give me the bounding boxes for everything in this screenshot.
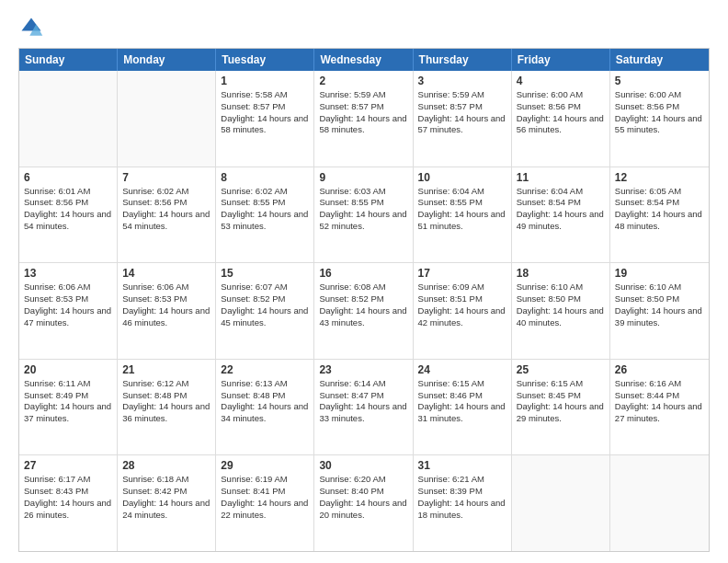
day-info: Sunrise: 6:03 AM Sunset: 8:55 PM Dayligh…	[319, 186, 407, 233]
calendar-header: SundayMondayTuesdayWednesdayThursdayFrid…	[19, 49, 709, 71]
weekday-header: Wednesday	[314, 49, 413, 71]
day-number: 29	[221, 459, 309, 472]
calendar-cell: 28Sunrise: 6:18 AM Sunset: 8:42 PM Dayli…	[118, 455, 216, 551]
calendar-cell: 23Sunrise: 6:14 AM Sunset: 8:47 PM Dayli…	[314, 360, 413, 455]
calendar-cell: 30Sunrise: 6:20 AM Sunset: 8:40 PM Dayli…	[314, 455, 413, 551]
weekday-header: Sunday	[19, 49, 118, 71]
day-info: Sunrise: 6:18 AM Sunset: 8:42 PM Dayligh…	[122, 474, 210, 521]
calendar-cell: 7Sunrise: 6:02 AM Sunset: 8:56 PM Daylig…	[118, 167, 216, 263]
calendar-cell	[610, 455, 709, 551]
calendar-cell: 11Sunrise: 6:04 AM Sunset: 8:54 PM Dayli…	[512, 167, 610, 263]
calendar-cell: 1Sunrise: 5:58 AM Sunset: 8:57 PM Daylig…	[216, 71, 314, 167]
calendar-cell: 8Sunrise: 6:02 AM Sunset: 8:55 PM Daylig…	[216, 167, 314, 263]
day-info: Sunrise: 6:05 AM Sunset: 8:54 PM Dayligh…	[615, 186, 704, 233]
day-number: 11	[517, 171, 605, 184]
day-info: Sunrise: 6:14 AM Sunset: 8:47 PM Dayligh…	[319, 378, 407, 425]
day-info: Sunrise: 6:06 AM Sunset: 8:53 PM Dayligh…	[122, 282, 210, 328]
weekday-header: Tuesday	[216, 49, 314, 71]
day-number: 20	[24, 363, 112, 376]
day-number: 18	[517, 267, 605, 280]
calendar-cell: 6Sunrise: 6:01 AM Sunset: 8:56 PM Daylig…	[19, 167, 118, 263]
day-number: 3	[418, 75, 506, 87]
calendar-cell: 20Sunrise: 6:11 AM Sunset: 8:49 PM Dayli…	[19, 360, 118, 455]
day-info: Sunrise: 6:15 AM Sunset: 8:46 PM Dayligh…	[418, 378, 506, 425]
day-number: 14	[122, 267, 210, 280]
calendar-cell: 15Sunrise: 6:07 AM Sunset: 8:52 PM Dayli…	[216, 263, 314, 359]
day-info: Sunrise: 6:07 AM Sunset: 8:52 PM Dayligh…	[221, 282, 309, 328]
calendar-cell: 18Sunrise: 6:10 AM Sunset: 8:50 PM Dayli…	[512, 263, 610, 359]
calendar-cell: 25Sunrise: 6:15 AM Sunset: 8:45 PM Dayli…	[512, 360, 610, 455]
day-number: 9	[319, 171, 407, 184]
day-number: 25	[517, 363, 605, 376]
day-info: Sunrise: 6:17 AM Sunset: 8:43 PM Dayligh…	[24, 474, 112, 521]
day-number: 1	[221, 75, 309, 87]
day-info: Sunrise: 6:13 AM Sunset: 8:48 PM Dayligh…	[221, 378, 309, 425]
day-info: Sunrise: 6:21 AM Sunset: 8:39 PM Dayligh…	[418, 474, 506, 521]
calendar: SundayMondayTuesdayWednesdayThursdayFrid…	[18, 48, 710, 552]
calendar-cell: 12Sunrise: 6:05 AM Sunset: 8:54 PM Dayli…	[610, 167, 709, 263]
day-info: Sunrise: 6:02 AM Sunset: 8:55 PM Dayligh…	[221, 186, 309, 233]
weekday-header: Thursday	[414, 49, 512, 71]
calendar-cell	[512, 455, 610, 551]
calendar-row: 1Sunrise: 5:58 AM Sunset: 8:57 PM Daylig…	[19, 71, 709, 167]
logo-icon	[18, 15, 44, 40]
day-info: Sunrise: 6:04 AM Sunset: 8:54 PM Dayligh…	[517, 186, 605, 233]
page: SundayMondayTuesdayWednesdayThursdayFrid…	[0, 0, 728, 563]
calendar-cell: 17Sunrise: 6:09 AM Sunset: 8:51 PM Dayli…	[414, 263, 512, 359]
day-number: 26	[615, 363, 704, 376]
day-info: Sunrise: 6:02 AM Sunset: 8:56 PM Dayligh…	[122, 186, 210, 233]
day-info: Sunrise: 6:10 AM Sunset: 8:50 PM Dayligh…	[517, 282, 605, 328]
day-info: Sunrise: 6:12 AM Sunset: 8:48 PM Dayligh…	[122, 378, 210, 425]
calendar-cell: 16Sunrise: 6:08 AM Sunset: 8:52 PM Dayli…	[314, 263, 413, 359]
day-number: 7	[122, 171, 210, 184]
calendar-cell: 5Sunrise: 6:00 AM Sunset: 8:56 PM Daylig…	[610, 71, 709, 167]
day-number: 2	[319, 75, 407, 87]
calendar-cell: 21Sunrise: 6:12 AM Sunset: 8:48 PM Dayli…	[118, 360, 216, 455]
day-number: 31	[418, 459, 506, 472]
day-info: Sunrise: 6:09 AM Sunset: 8:51 PM Dayligh…	[418, 282, 506, 328]
day-info: Sunrise: 6:16 AM Sunset: 8:44 PM Dayligh…	[615, 378, 704, 425]
day-info: Sunrise: 5:59 AM Sunset: 8:57 PM Dayligh…	[418, 89, 506, 136]
calendar-cell: 14Sunrise: 6:06 AM Sunset: 8:53 PM Dayli…	[118, 263, 216, 359]
day-info: Sunrise: 6:00 AM Sunset: 8:56 PM Dayligh…	[615, 89, 704, 136]
day-number: 27	[24, 459, 112, 472]
day-info: Sunrise: 6:11 AM Sunset: 8:49 PM Dayligh…	[24, 378, 112, 425]
day-number: 4	[517, 75, 605, 87]
day-info: Sunrise: 6:00 AM Sunset: 8:56 PM Dayligh…	[517, 89, 605, 136]
day-number: 13	[24, 267, 112, 280]
day-info: Sunrise: 6:20 AM Sunset: 8:40 PM Dayligh…	[319, 474, 407, 521]
day-info: Sunrise: 6:06 AM Sunset: 8:53 PM Dayligh…	[24, 282, 112, 328]
day-number: 28	[122, 459, 210, 472]
calendar-cell: 2Sunrise: 5:59 AM Sunset: 8:57 PM Daylig…	[314, 71, 413, 167]
calendar-cell: 26Sunrise: 6:16 AM Sunset: 8:44 PM Dayli…	[610, 360, 709, 455]
day-info: Sunrise: 6:19 AM Sunset: 8:41 PM Dayligh…	[221, 474, 309, 521]
calendar-row: 6Sunrise: 6:01 AM Sunset: 8:56 PM Daylig…	[19, 167, 709, 263]
calendar-cell: 22Sunrise: 6:13 AM Sunset: 8:48 PM Dayli…	[216, 360, 314, 455]
day-number: 24	[418, 363, 506, 376]
calendar-cell: 13Sunrise: 6:06 AM Sunset: 8:53 PM Dayli…	[19, 263, 118, 359]
day-info: Sunrise: 6:15 AM Sunset: 8:45 PM Dayligh…	[517, 378, 605, 425]
weekday-header: Friday	[512, 49, 610, 71]
calendar-cell: 24Sunrise: 6:15 AM Sunset: 8:46 PM Dayli…	[414, 360, 512, 455]
calendar-cell: 3Sunrise: 5:59 AM Sunset: 8:57 PM Daylig…	[414, 71, 512, 167]
day-number: 5	[615, 75, 704, 87]
logo	[18, 15, 48, 40]
day-number: 23	[319, 363, 407, 376]
weekday-header: Monday	[118, 49, 216, 71]
day-info: Sunrise: 6:04 AM Sunset: 8:55 PM Dayligh…	[418, 186, 506, 233]
day-number: 30	[319, 459, 407, 472]
calendar-cell: 4Sunrise: 6:00 AM Sunset: 8:56 PM Daylig…	[512, 71, 610, 167]
day-info: Sunrise: 6:10 AM Sunset: 8:50 PM Dayligh…	[615, 282, 704, 328]
calendar-body: 1Sunrise: 5:58 AM Sunset: 8:57 PM Daylig…	[19, 71, 709, 551]
day-number: 6	[24, 171, 112, 184]
day-number: 16	[319, 267, 407, 280]
day-number: 19	[615, 267, 704, 280]
weekday-header: Saturday	[610, 49, 709, 71]
calendar-cell: 10Sunrise: 6:04 AM Sunset: 8:55 PM Dayli…	[414, 167, 512, 263]
day-info: Sunrise: 6:08 AM Sunset: 8:52 PM Dayligh…	[319, 282, 407, 328]
calendar-cell: 19Sunrise: 6:10 AM Sunset: 8:50 PM Dayli…	[610, 263, 709, 359]
calendar-cell	[118, 71, 216, 167]
calendar-row: 20Sunrise: 6:11 AM Sunset: 8:49 PM Dayli…	[19, 359, 709, 455]
day-info: Sunrise: 6:01 AM Sunset: 8:56 PM Dayligh…	[24, 186, 112, 233]
calendar-row: 27Sunrise: 6:17 AM Sunset: 8:43 PM Dayli…	[19, 454, 709, 551]
